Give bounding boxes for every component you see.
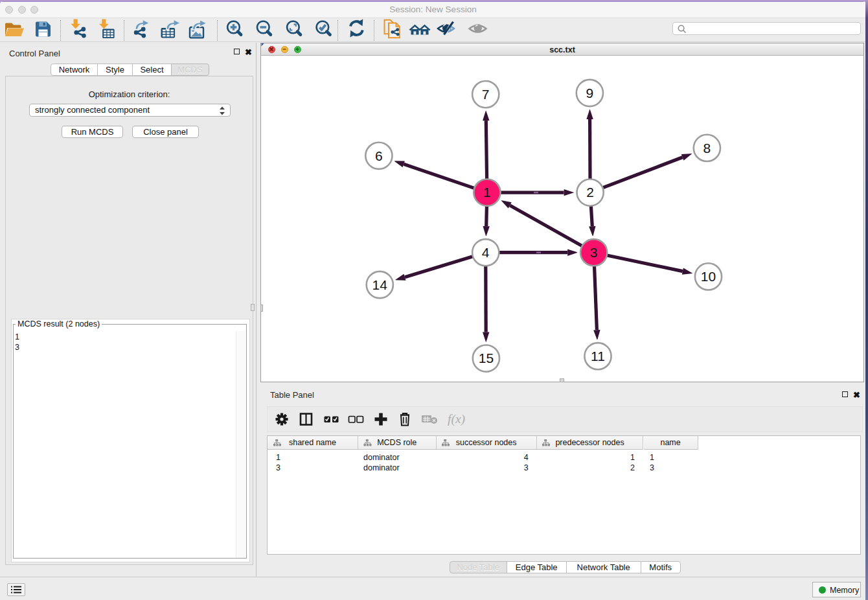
svg-text:14: 14 — [372, 277, 387, 292]
svg-text:7: 7 — [481, 87, 489, 102]
svg-text:3: 3 — [589, 245, 597, 260]
svg-text:2: 2 — [586, 185, 594, 200]
svg-text:1: 1 — [483, 185, 491, 200]
svg-text:15: 15 — [478, 351, 493, 365]
svg-text:9: 9 — [586, 86, 593, 100]
svg-text:6: 6 — [375, 148, 383, 163]
svg-text:10: 10 — [700, 269, 715, 284]
svg-text:4: 4 — [481, 245, 489, 260]
svg-text:f(x): f(x) — [448, 412, 465, 426]
svg-text:8: 8 — [703, 141, 711, 156]
svg-text:11: 11 — [591, 349, 605, 363]
